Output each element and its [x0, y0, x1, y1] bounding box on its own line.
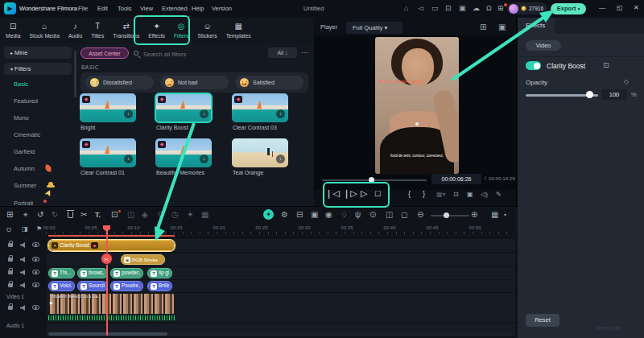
- speaker-icon[interactable]: [20, 305, 27, 311]
- eye-icon[interactable]: [32, 257, 39, 262]
- filter-card-clear-contrast-01[interactable]: ◆ ↓ Clear Contrast 01: [80, 138, 136, 167]
- cloud-upload-icon[interactable]: ☁: [473, 5, 480, 12]
- preset-icon[interactable]: ⊡: [603, 62, 609, 69]
- sidebar-item-garfield[interactable]: Garfield: [14, 149, 35, 155]
- tab-audio[interactable]: ♪Audio: [68, 23, 82, 39]
- select-tool-icon[interactable]: ⌖: [23, 211, 28, 219]
- mark-out-icon[interactable]: }: [423, 191, 425, 198]
- timeline-zoom-slider[interactable]: [431, 215, 469, 216]
- text-clip[interactable]: Tlip gl...: [147, 268, 172, 278]
- speaker-icon[interactable]: ◁): [481, 192, 488, 198]
- download-icon[interactable]: ↓: [276, 155, 285, 163]
- text-clip[interactable]: Tbrows,...: [77, 268, 108, 278]
- filter-card-beautiful-memories[interactable]: ◆ ↓ Beautiful Memories: [155, 138, 212, 167]
- menu-edit[interactable]: Edit: [97, 6, 108, 12]
- menu-file[interactable]: File: [78, 6, 88, 12]
- settings-gear-icon[interactable]: ⚙: [281, 211, 288, 219]
- track-manager-icon[interactable]: ▦: [491, 211, 498, 219]
- filter-thumbnail[interactable]: ◆ ↓: [232, 93, 288, 122]
- eye-icon[interactable]: [32, 270, 39, 274]
- tab-templates[interactable]: ▦Templates: [226, 23, 251, 39]
- lock-icon[interactable]: [8, 258, 13, 262]
- sidebar-item-featured[interactable]: Featured: [14, 98, 38, 105]
- effect-track-2[interactable]: [47, 254, 515, 266]
- megaphone-icon[interactable]: ◅: [418, 5, 423, 12]
- eye-icon[interactable]: [32, 242, 39, 247]
- timeline-zoom-handle[interactable]: [444, 212, 449, 218]
- clip-rgb-stroke[interactable]: ▣ RGB Stroke: [121, 254, 165, 265]
- download-icon[interactable]: ↓: [200, 155, 208, 163]
- window-minimize-button[interactable]: —: [599, 5, 605, 11]
- sidebar-item-summer[interactable]: Summer: [14, 183, 36, 189]
- display-mode-icon[interactable]: ⊡: [453, 192, 459, 198]
- search-input[interactable]: [142, 47, 242, 60]
- filter-thumbnail[interactable]: ◆ ↓: [80, 138, 136, 167]
- scrollbar-handle[interactable]: [48, 332, 167, 336]
- text-clip[interactable]: TThi...: [48, 268, 75, 278]
- lock-icon[interactable]: [8, 270, 13, 274]
- video-preview[interactable]: Brows, foundation, contour fond de teint…: [375, 37, 459, 174]
- snapshot-icon[interactable]: ◫: [386, 211, 393, 219]
- snap-magnet-icon[interactable]: Ω: [6, 226, 11, 233]
- split-scissors-icon[interactable]: ✂: [80, 211, 87, 219]
- copy-icon[interactable]: ◫: [127, 211, 134, 219]
- link-clips-icon[interactable]: ◨: [22, 226, 28, 233]
- sidebar-scrollbar[interactable]: [74, 51, 76, 97]
- speed-clock-icon[interactable]: ◷: [171, 211, 179, 219]
- clip-clarity-boost[interactable]: ✦ Clarity Boost ◆: [48, 240, 175, 251]
- tab-titles[interactable]: TTitles: [91, 23, 104, 39]
- zoom-out-icon[interactable]: ⊖: [417, 211, 423, 219]
- shop-icon[interactable]: ⌂: [404, 5, 408, 12]
- clarity-boost-toggle[interactable]: [526, 61, 541, 70]
- keyframe-tool-icon[interactable]: ◈: [142, 211, 148, 219]
- eye-icon[interactable]: [32, 305, 39, 310]
- media-save-icon[interactable]: ▣: [459, 5, 466, 12]
- video-clip[interactable]: VirtualAnn MakeupTuto & Gla... ▶: [48, 294, 175, 314]
- render-preview-icon[interactable]: ◉: [325, 211, 332, 219]
- screen-record-icon[interactable]: ⊙: [369, 211, 376, 219]
- tab-media[interactable]: ⊡Media: [6, 23, 21, 39]
- camera-add-icon[interactable]: ▣: [311, 211, 318, 219]
- lock-icon[interactable]: [8, 306, 13, 310]
- text-clip[interactable]: TBrilla...: [147, 281, 172, 291]
- shield-icon[interactable]: ♢: [341, 211, 348, 219]
- feedback-dissatisfied-button[interactable]: Dissatisfied: [85, 76, 154, 89]
- account-pill[interactable]: 27916: [507, 2, 547, 14]
- playhead-line[interactable]: [106, 226, 108, 336]
- sidebar-item-basic[interactable]: Basic: [14, 81, 28, 88]
- sidebar-group-filters[interactable]: ▾ Filters: [4, 63, 72, 75]
- all-download-button[interactable]: All ↓: [268, 47, 297, 58]
- window-restore-button[interactable]: ◱: [617, 5, 623, 11]
- undo-icon[interactable]: ↺: [37, 211, 43, 219]
- lock-icon[interactable]: [8, 283, 13, 287]
- download-icon[interactable]: ↓: [124, 109, 133, 118]
- filter-card-bright[interactable]: ◆ ↓ Bright: [80, 93, 136, 122]
- support-icon[interactable]: Ω: [486, 5, 492, 12]
- add-text-icon[interactable]: T.: [95, 212, 101, 219]
- tab-effects-inspector[interactable]: Effects: [518, 18, 555, 34]
- speaker-icon[interactable]: [20, 242, 27, 248]
- device-icon[interactable]: ⊡: [445, 5, 452, 12]
- text-clip[interactable]: TPoudre,...: [110, 281, 143, 291]
- mask-tool-icon[interactable]: ▦: [201, 211, 208, 219]
- group-dropdown-icon[interactable]: ▦▾: [436, 192, 446, 198]
- quality-dropdown[interactable]: Full Quality ▾: [346, 22, 402, 34]
- edit-tools-icon[interactable]: ✎: [496, 192, 502, 198]
- microphone-icon[interactable]: ψ: [355, 211, 361, 219]
- asset-center-badge[interactable]: Asset Center: [80, 47, 129, 59]
- menu-help[interactable]: Help: [192, 6, 204, 12]
- sidebar-item-portrait[interactable]: Portrait: [14, 200, 33, 206]
- menu-extended[interactable]: Extended: [162, 6, 188, 12]
- split-at-playhead-icon[interactable]: ✂: [101, 253, 113, 265]
- tab-stickers[interactable]: ☺Stickers: [197, 23, 217, 39]
- sidebar-item-cinematic[interactable]: Cinematic: [14, 132, 40, 138]
- window-close-button[interactable]: ✕: [634, 5, 639, 11]
- feedback-icon[interactable]: ▭: [431, 5, 439, 12]
- export-button[interactable]: Export ▾: [551, 3, 586, 14]
- mask-view-icon[interactable]: ▣: [498, 23, 506, 31]
- sidebar-item-autumn[interactable]: Autumn: [14, 166, 35, 172]
- delete-trash-icon[interactable]: [68, 212, 73, 218]
- menu-version[interactable]: Version: [212, 6, 232, 12]
- text-clip[interactable]: Tpowder,...: [110, 268, 143, 278]
- zoom-tool-icon[interactable]: Q: [158, 211, 163, 218]
